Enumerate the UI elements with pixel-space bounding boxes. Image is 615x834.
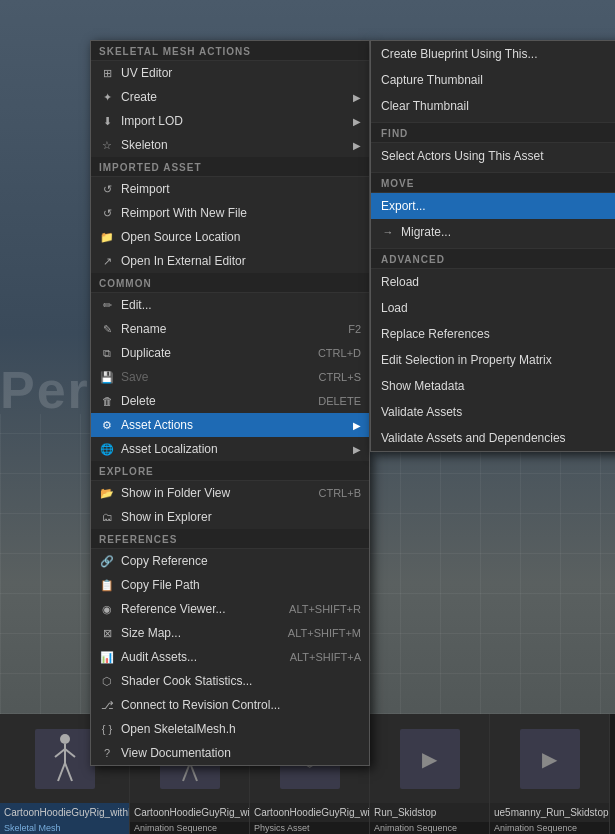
menu-label-rename: Rename xyxy=(121,322,338,336)
menu-item-show-folder-view[interactable]: 📂 Show in Folder View CTRL+B xyxy=(91,481,369,505)
sub-menu-item-load[interactable]: Load xyxy=(371,295,615,321)
sub-menu-item-validate-assets[interactable]: Validate Assets xyxy=(371,399,615,425)
duplicate-icon: ⧉ xyxy=(99,345,115,361)
menu-item-asset-actions[interactable]: ⚙ Asset Actions ▶ xyxy=(91,413,369,437)
menu-item-open-skeletal-h[interactable]: { } Open SkeletalMesh.h xyxy=(91,717,369,741)
size-map-icon: ⊠ xyxy=(99,625,115,641)
menu-label-create: Create xyxy=(121,90,349,104)
sub-menu-item-create-blueprint[interactable]: Create Blueprint Using This... xyxy=(371,41,615,67)
sub-menu-item-replace-references[interactable]: Replace References xyxy=(371,321,615,347)
menu-item-reference-viewer[interactable]: ◉ Reference Viewer... ALT+SHIFT+R xyxy=(91,597,369,621)
menu-item-rename[interactable]: ✎ Rename F2 xyxy=(91,317,369,341)
menu-label-copy-reference: Copy Reference xyxy=(121,554,361,568)
sub-menu-item-select-actors[interactable]: Select Actors Using This Asset xyxy=(371,143,615,169)
asset-localization-arrow: ▶ xyxy=(353,444,361,455)
sub-menu-item-show-metadata[interactable]: Show Metadata xyxy=(371,373,615,399)
section-header-common: COMMON xyxy=(91,273,369,293)
asset-thumb-inner-4: ▶ xyxy=(520,729,580,789)
svg-line-5 xyxy=(65,763,72,781)
menu-item-duplicate[interactable]: ⧉ Duplicate CTRL+D xyxy=(91,341,369,365)
reimport-icon: ↺ xyxy=(99,181,115,197)
menu-label-reference-viewer: Reference Viewer... xyxy=(121,602,279,616)
menu-item-edit[interactable]: ✏ Edit... xyxy=(91,293,369,317)
sub-menu-label-clear-thumbnail: Clear Thumbnail xyxy=(381,99,615,113)
view-docs-icon: ? xyxy=(99,745,115,761)
sub-menu-label-validate-assets: Validate Assets xyxy=(381,405,615,419)
asset-label-3: Run_Skidstop xyxy=(370,803,489,822)
folder-view-shortcut: CTRL+B xyxy=(319,487,362,499)
asset-type-1: Animation Sequence xyxy=(130,822,249,834)
menu-label-delete: Delete xyxy=(121,394,308,408)
menu-item-skeleton[interactable]: ☆ Skeleton ▶ xyxy=(91,133,369,157)
svg-line-2 xyxy=(55,749,65,757)
asset-item-3[interactable]: ▶ Run_Skidstop Animation Sequence xyxy=(370,714,490,834)
menu-item-asset-localization[interactable]: 🌐 Asset Localization ▶ xyxy=(91,437,369,461)
sub-menu-item-edit-property-matrix[interactable]: Edit Selection in Property Matrix xyxy=(371,347,615,373)
menu-item-copy-file-path[interactable]: 📋 Copy File Path xyxy=(91,573,369,597)
rename-icon: ✎ xyxy=(99,321,115,337)
menu-label-uv-editor: UV Editor xyxy=(121,66,361,80)
sub-menu-label-show-metadata: Show Metadata xyxy=(381,379,615,393)
menu-item-delete[interactable]: 🗑 Delete DELETE xyxy=(91,389,369,413)
menu-item-view-documentation[interactable]: ? View Documentation xyxy=(91,741,369,765)
sub-menu-item-migrate[interactable]: → Migrate... xyxy=(371,219,615,245)
context-menu: SKELETAL MESH ACTIONS ⊞ UV Editor ✦ Crea… xyxy=(90,40,370,766)
menu-label-audit-assets: Audit Assets... xyxy=(121,650,280,664)
create-icon: ✦ xyxy=(99,89,115,105)
sub-menu-label-edit-property-matrix: Edit Selection in Property Matrix xyxy=(381,353,615,367)
sub-menu-section-advanced: ADVANCED xyxy=(371,248,615,269)
menu-item-size-map[interactable]: ⊠ Size Map... ALT+SHIFT+M xyxy=(91,621,369,645)
menu-item-audit-assets[interactable]: 📊 Audit Assets... ALT+SHIFT+A xyxy=(91,645,369,669)
reimport-new-icon: ↺ xyxy=(99,205,115,221)
show-folder-view-icon: 📂 xyxy=(99,485,115,501)
asset-thumb-inner-3: ▶ xyxy=(400,729,460,789)
menu-item-copy-reference[interactable]: 🔗 Copy Reference xyxy=(91,549,369,573)
menu-item-show-in-explorer[interactable]: 🗂 Show in Explorer xyxy=(91,505,369,529)
menu-label-asset-actions: Asset Actions xyxy=(121,418,349,432)
menu-item-open-source-location[interactable]: 📁 Open Source Location xyxy=(91,225,369,249)
menu-item-uv-editor[interactable]: ⊞ UV Editor xyxy=(91,61,369,85)
menu-item-create[interactable]: ✦ Create ▶ xyxy=(91,85,369,109)
asset-type-3: Animation Sequence xyxy=(370,822,489,834)
sub-menu-label-create-blueprint: Create Blueprint Using This... xyxy=(381,47,615,61)
asset-label-4: ue5manny_Run_Skidstop xyxy=(490,803,609,822)
sub-menu-item-capture-thumbnail[interactable]: Capture Thumbnail xyxy=(371,67,615,93)
shader-cook-icon: ⬡ xyxy=(99,673,115,689)
menu-label-skeleton: Skeleton xyxy=(121,138,349,152)
sub-menu-item-export[interactable]: Export... xyxy=(371,193,615,219)
audit-assets-icon: 📊 xyxy=(99,649,115,665)
asset-item-4[interactable]: ▶ ue5manny_Run_Skidstop Animation Sequen… xyxy=(490,714,610,834)
menu-label-size-map: Size Map... xyxy=(121,626,278,640)
menu-item-revision-control[interactable]: ⎇ Connect to Revision Control... xyxy=(91,693,369,717)
sub-menu-item-clear-thumbnail[interactable]: Clear Thumbnail xyxy=(371,93,615,119)
asset-actions-arrow: ▶ xyxy=(353,420,361,431)
sub-menu-item-validate-assets-deps[interactable]: Validate Assets and Dependencies xyxy=(371,425,615,451)
menu-item-reimport[interactable]: ↺ Reimport xyxy=(91,177,369,201)
sub-menu-item-reload[interactable]: Reload xyxy=(371,269,615,295)
menu-item-shader-cook[interactable]: ⬡ Shader Cook Statistics... xyxy=(91,669,369,693)
sub-menu-label-select-actors: Select Actors Using This Asset xyxy=(381,149,615,163)
section-header-skeletal: SKELETAL MESH ACTIONS xyxy=(91,41,369,61)
section-header-references: REFERENCES xyxy=(91,529,369,549)
menu-item-open-external-editor[interactable]: ↗ Open In External Editor xyxy=(91,249,369,273)
asset-type-2: Physics Asset xyxy=(250,822,369,834)
uv-editor-icon: ⊞ xyxy=(99,65,115,81)
menu-label-import-lod: Import LOD xyxy=(121,114,349,128)
menu-label-duplicate: Duplicate xyxy=(121,346,308,360)
menu-label-show-folder-view: Show in Folder View xyxy=(121,486,309,500)
copy-reference-icon: 🔗 xyxy=(99,553,115,569)
open-source-location-icon: 📁 xyxy=(99,229,115,245)
menu-label-revision-control: Connect to Revision Control... xyxy=(121,698,361,712)
menu-label-open-skeletal-h: Open SkeletalMesh.h xyxy=(121,722,361,736)
asset-type-4: Animation Sequence xyxy=(490,822,609,834)
asset-label-2: CartoonHoodieGuyRig_withEyesAndJaw_Physi… xyxy=(250,803,369,822)
audit-assets-shortcut: ALT+SHIFT+A xyxy=(290,651,361,663)
create-arrow: ▶ xyxy=(353,92,361,103)
menu-item-import-lod[interactable]: ⬇ Import LOD ▶ xyxy=(91,109,369,133)
edit-icon: ✏ xyxy=(99,297,115,313)
sub-menu-section-find: FIND xyxy=(371,122,615,143)
menu-item-save[interactable]: 💾 Save CTRL+S xyxy=(91,365,369,389)
save-icon: 💾 xyxy=(99,369,115,385)
menu-item-reimport-new-file[interactable]: ↺ Reimport With New File xyxy=(91,201,369,225)
skeleton-arrow: ▶ xyxy=(353,140,361,151)
